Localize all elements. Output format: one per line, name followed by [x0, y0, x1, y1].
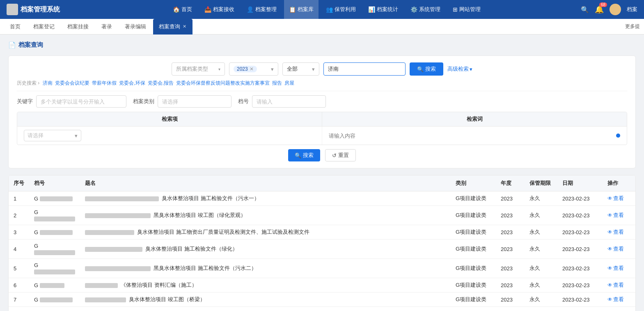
view-button[interactable]: 👁 查看 — [607, 212, 630, 219]
history-tag-6[interactable]: 报告 — [272, 80, 282, 87]
page-title-area: 📄 档案查询 — [8, 41, 636, 49]
view-label: 查看 — [613, 296, 624, 303]
year-select-chevron: ▾ — [271, 66, 274, 72]
table-row: 8 G 黑臭水体整治项目 工程造价咨询报告书（施工） G项目建设类 2023 永… — [9, 307, 635, 311]
view-label: 查看 — [613, 195, 624, 202]
user-avatar[interactable] — [610, 4, 621, 15]
title-text: 《体整治项目 资料汇编（施工） — [121, 282, 197, 288]
cell-seq: 5 — [9, 259, 29, 278]
year-select[interactable]: 2023 ✕ ▾ — [229, 62, 278, 76]
table-row: 4 G 臭水体整治项目 施工检验文件（绿化） G项目建设类 2023 永久 20… — [9, 240, 635, 259]
param-select-placeholder: 请选择 — [28, 132, 44, 139]
nav-stats[interactable]: 📊 档案统计 — [363, 0, 403, 19]
tab-link[interactable]: 档案挂接 — [62, 19, 95, 35]
tab-query[interactable]: 档案查询 ✕ — [153, 19, 193, 35]
nav-library[interactable]: 📋 档案库 — [284, 0, 319, 19]
user-name[interactable]: 档案 — [627, 6, 637, 13]
dang-blur — [40, 297, 73, 302]
view-button[interactable]: 👁 查看 — [607, 281, 630, 289]
history-tags: 济南 党委会会议纪要 带薪年休假 党委会,环保 党委会,报告 党委会环保督察反馈… — [43, 80, 294, 87]
scope-select[interactable]: 全部 ▾ — [282, 62, 319, 76]
page-title-icon: 📄 — [8, 41, 16, 49]
advanced-chevron: ▾ — [470, 66, 472, 72]
advanced-search-link[interactable]: 高级检索 ▾ — [447, 65, 472, 73]
eye-icon: 👁 — [607, 282, 612, 288]
table-row: 3 G 臭水体整治项目 施工物资出厂质量证明及检测文件、施工试验及检测文件 G项… — [9, 225, 635, 240]
nav-home[interactable]: 🏠 首页 — [168, 0, 197, 19]
history-tag-4[interactable]: 党委会,报告 — [148, 80, 174, 87]
cell-date: 2023-02-23 — [557, 240, 603, 259]
cell-year: 2023 — [496, 293, 525, 307]
view-button[interactable]: 👁 查看 — [607, 296, 630, 303]
search-area: 所属档案类型 ▾ 2023 ✕ ▾ 全部 ▾ 🔍 搜索 — [8, 55, 636, 168]
view-button[interactable]: 👁 查看 — [607, 228, 630, 236]
app-logo: 档案管理系统 — [7, 4, 60, 15]
year-tag-close[interactable]: ✕ — [250, 66, 254, 72]
cell-dang: G — [29, 278, 80, 293]
history-tag-5[interactable]: 党委会环保督察反馈问题整改实施方案事宜 — [176, 80, 270, 87]
nav-receive[interactable]: 📥 档案接收 — [199, 0, 239, 19]
tab-home[interactable]: 首页 — [4, 19, 27, 35]
notification-bell[interactable]: 🔔 68 — [595, 5, 604, 14]
nav-organize[interactable]: 👤 档案整理 — [242, 0, 282, 19]
nav-manage-label: 保管利用 — [335, 6, 356, 13]
history-tag-0[interactable]: 济南 — [43, 80, 53, 87]
history-tag-2[interactable]: 带薪年休假 — [92, 80, 117, 87]
category-input[interactable] — [158, 95, 231, 108]
table-row: 1 G 臭水体整治项目 施工检验文件（污水一） G项目建设类 2023 永久 2… — [9, 191, 635, 206]
cell-period: 永久 — [525, 240, 557, 259]
search-button[interactable]: 🔍 搜索 — [288, 149, 320, 161]
tab-browse-edit-label: 著录编辑 — [125, 23, 146, 30]
tab-register[interactable]: 档案登记 — [28, 19, 61, 35]
main-search-input[interactable] — [328, 66, 394, 72]
cell-date: 2023-02-23 — [557, 307, 603, 311]
cell-date: 2023-02-23 — [557, 225, 603, 240]
cell-category: G项目建设类 — [451, 240, 496, 259]
cell-dang: G — [29, 307, 80, 311]
history-tag-7[interactable]: 房屋 — [284, 80, 294, 87]
cell-period: 永久 — [525, 206, 557, 225]
nav-organize-label: 档案整理 — [255, 6, 277, 13]
nav-manage[interactable]: 👥 保管利用 — [321, 0, 361, 19]
receive-icon: 📥 — [204, 6, 211, 13]
cell-date: 2023-02-23 — [557, 191, 603, 206]
search-icon[interactable]: 🔍 — [581, 6, 589, 14]
view-button[interactable]: 👁 查看 — [607, 265, 630, 272]
cell-title: 黑臭水体整治项目 竣工图（绿化景观） — [80, 206, 451, 225]
view-button[interactable]: 👁 查看 — [607, 245, 630, 253]
cell-title: 臭水体整治项目 施工物资出厂质量证明及检测文件、施工试验及检测文件 — [80, 225, 451, 240]
tab-browse[interactable]: 著录 — [96, 19, 118, 35]
type-select[interactable]: 所属档案类型 ▾ — [172, 62, 225, 76]
param-search-input[interactable] — [329, 133, 452, 139]
dang-input[interactable] — [252, 95, 326, 108]
cell-category: G项目建设类 — [451, 307, 496, 311]
tab-browse-edit[interactable]: 著录编辑 — [119, 19, 152, 35]
tab-bar: 首页 档案登记 档案挂接 著录 著录编辑 档案查询 ✕ 更多提 — [0, 19, 644, 35]
history-tag-3[interactable]: 党委会,环保 — [119, 80, 145, 87]
cell-year: 2023 — [496, 206, 525, 225]
dang-field-group: 档号 — [238, 95, 326, 108]
history-tag-1[interactable]: 党委会会议纪要 — [55, 80, 89, 87]
cell-year: 2023 — [496, 191, 525, 206]
eye-icon: 👁 — [607, 196, 612, 201]
tab-close-icon[interactable]: ✕ — [183, 24, 186, 29]
cell-seq: 1 — [9, 191, 29, 206]
param-select-dropdown[interactable]: 请选择 ▾ — [24, 130, 81, 141]
tab-home-label: 首页 — [10, 23, 21, 30]
param-row-1: 请选择 ▾ — [17, 127, 627, 145]
reset-button[interactable]: ↺ 重置 — [325, 149, 356, 161]
keyword-input[interactable] — [36, 95, 126, 108]
param-add-dot[interactable] — [616, 134, 620, 138]
nav-home-label: 首页 — [181, 6, 192, 13]
library-icon: 📋 — [289, 6, 296, 13]
main-search-button[interactable]: 🔍 搜索 — [410, 62, 443, 76]
view-button[interactable]: 👁 查看 — [607, 195, 630, 202]
table-body: 1 G 臭水体整治项目 施工检验文件（污水一） G项目建设类 2023 永久 2… — [9, 191, 635, 311]
nav-webadmin[interactable]: ⊞ 网站管理 — [448, 0, 486, 19]
year-value: 2023 — [237, 66, 248, 72]
nav-sysadmin[interactable]: ⚙️ 系统管理 — [406, 0, 445, 19]
tab-more[interactable]: 更多提 — [625, 23, 640, 30]
cell-seq: 2 — [9, 206, 29, 225]
cell-year: 2023 — [496, 259, 525, 278]
advanced-search-rows: 关键字 档案类别 档号 检索项 检索词 — [17, 91, 627, 161]
